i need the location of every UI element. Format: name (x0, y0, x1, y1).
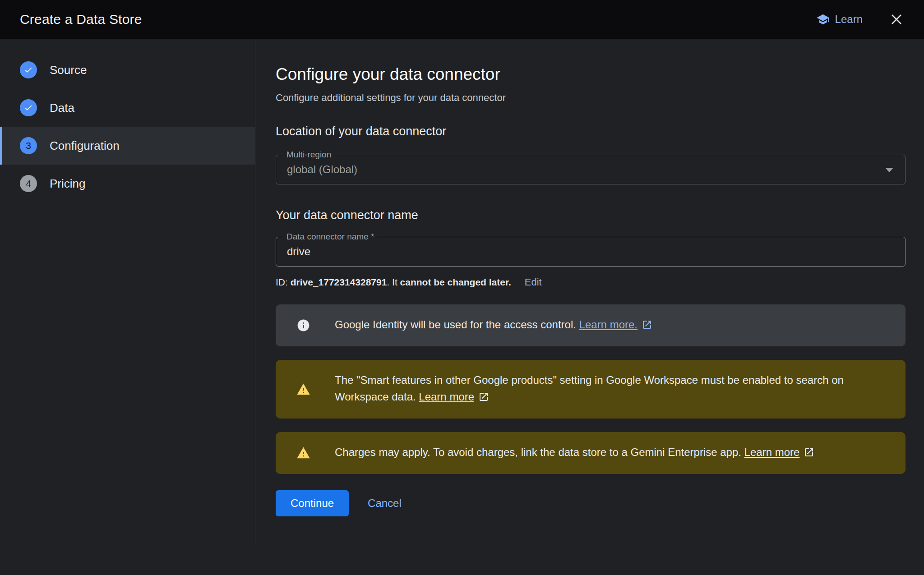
stepper-step-pricing[interactable]: 4 Pricing (0, 165, 255, 202)
dialog-header: Create a Data Store Learn (0, 0, 924, 39)
helper-emphasis: cannot be changed later. (400, 277, 511, 288)
dropdown-caret-icon (885, 168, 893, 172)
learn-link[interactable]: Learn (816, 13, 863, 26)
helper-middle: . It (387, 277, 400, 288)
warning-icon (296, 382, 310, 396)
external-link-icon (478, 390, 489, 407)
helper-prefix: ID: (276, 277, 291, 288)
info-icon (296, 318, 310, 332)
cancel-button[interactable]: Cancel (368, 497, 402, 510)
multi-region-select[interactable]: Multi-region global (Global) (276, 155, 906, 184)
stepper-step-data[interactable]: Data (0, 89, 255, 127)
stepper-step-configuration[interactable]: 3 Configuration (0, 127, 255, 165)
step-number-badge: 3 (20, 137, 37, 154)
stepper-sidebar: Source Data 3 Configuration 4 Pricing (0, 39, 255, 575)
page-title: Configure your data connector (276, 64, 906, 84)
step-number-badge: 4 (20, 175, 37, 192)
step-label-configuration: Configuration (50, 139, 120, 153)
edit-id-link[interactable]: Edit (525, 276, 542, 288)
smart-features-learn-more-link[interactable]: Learn more (419, 391, 474, 403)
connector-id-value: drive_1772314328791 (291, 277, 387, 288)
sidebar-divider (255, 39, 255, 545)
warning-icon (296, 446, 310, 460)
connector-id-helper: ID: drive_1772314328791. It cannot be ch… (276, 276, 906, 288)
smart-features-warning-text: The "Smart features in other Google prod… (335, 372, 885, 407)
charges-warning-banner: Charges may apply. To avoid charges, lin… (276, 432, 906, 474)
data-connector-name-field: Data connector name * (276, 237, 906, 267)
step-label-source: Source (50, 63, 87, 77)
location-section-heading: Location of your data connector (276, 124, 906, 138)
step-label-data: Data (50, 101, 74, 115)
identity-info-text: Google Identity will be used for the acc… (335, 316, 652, 335)
multi-region-value: global (Global) (287, 163, 357, 176)
charges-warning-text: Charges may apply. To avoid charges, lin… (335, 444, 814, 462)
form-actions: Continue Cancel (276, 490, 906, 516)
identity-learn-more-link[interactable]: Learn more. (579, 318, 638, 331)
step-completed-check-icon (20, 61, 37, 78)
close-icon[interactable] (889, 12, 904, 27)
stepper-step-source[interactable]: Source (0, 51, 255, 89)
charges-learn-more-link[interactable]: Learn more (744, 446, 800, 458)
name-section-heading: Your data connector name (276, 208, 906, 222)
continue-button[interactable]: Continue (276, 490, 349, 516)
external-link-icon (804, 446, 814, 462)
data-connector-name-label: Data connector name * (283, 232, 377, 242)
multi-region-label: Multi-region (283, 150, 334, 160)
learn-label: Learn (835, 13, 863, 26)
step-label-pricing: Pricing (50, 177, 85, 191)
smart-features-warning-banner: The "Smart features in other Google prod… (276, 360, 906, 419)
page-subtitle: Configure additional settings for your d… (276, 92, 906, 104)
external-link-icon (642, 318, 652, 335)
graduation-cap-icon (816, 13, 830, 26)
step-completed-check-icon (20, 99, 37, 116)
identity-info-banner: Google Identity will be used for the acc… (276, 304, 906, 346)
main-content: Configure your data connector Configure … (255, 39, 924, 575)
dialog-title: Create a Data Store (20, 12, 142, 27)
